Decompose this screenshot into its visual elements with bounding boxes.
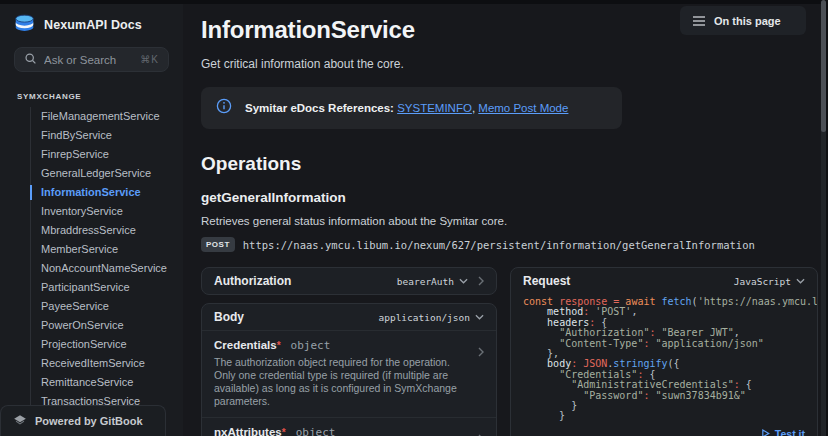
field-credentials-expand-chevron[interactable] [478,343,484,361]
on-this-page-label: On this page [714,15,781,27]
sidebar-item-poweronservice[interactable]: PowerOnService [31,316,183,335]
language-dropdown[interactable]: JavaScript [734,276,805,287]
field-nxattributes-type: object [296,426,336,436]
sidebar: NexumAPI Docs ⌘K SYMXCHANGE FileManageme… [0,4,183,436]
endpoint-url: https://naas.ymcu.libum.io/nexum/627/per… [243,239,755,251]
info-icon [216,98,232,118]
app-window: NexumAPI Docs ⌘K SYMXCHANGE FileManageme… [0,0,828,436]
search-input[interactable] [44,54,133,66]
field-credentials: Credentials* object The authorization ob… [202,331,496,417]
body-title: Body [214,310,370,324]
code-line-11: } [523,411,805,421]
content-type-dropdown[interactable]: application/json [378,312,484,323]
edocs-callout: Symitar eDocs References: SYSTEMINFO, Me… [201,87,622,129]
operations-heading: Operations [201,153,820,175]
app-title: NexumAPI Docs [44,18,142,32]
play-icon [761,429,770,436]
list-icon [693,12,705,30]
on-this-page-button[interactable]: On this page [680,6,806,35]
sidebar-item-projectionservice[interactable]: ProjectionService [31,335,183,354]
sidebar-item-generalledgerservice[interactable]: GeneralLedgerService [31,164,183,183]
field-credentials-type: object [291,339,331,352]
field-credentials-description: The authorization object required for th… [214,356,484,408]
link-systeminfo[interactable]: SYSTEMINFO [397,102,472,114]
authorization-panel: Authorization bearerAuth [201,267,497,295]
authorization-title: Authorization [214,274,389,288]
sidebar-item-memberservice[interactable]: MemberService [31,240,183,259]
chevron-down-icon [459,278,468,284]
search-bar[interactable]: ⌘K [14,47,169,72]
auth-scheme-dropdown[interactable]: bearerAuth [397,276,468,287]
callout-label: Symitar eDocs References: [245,102,394,114]
chevron-down-icon [796,278,805,284]
example-column: Request JavaScript const response = awai… [510,267,818,436]
database-logo-icon [14,14,35,36]
search-shortcut: ⌘K [140,54,159,65]
test-it-button[interactable]: Test it [761,428,805,436]
sidebar-item-payeeservice[interactable]: PayeeService [31,297,183,316]
operation-description: Retrieves general status information abo… [201,215,820,227]
sidebar-item-findbyservice[interactable]: FindByService [31,126,183,145]
http-method-badge: POST [201,237,235,252]
body-panel: Body application/json Credentials* objec… [201,303,497,436]
code-line-10: } [523,401,805,411]
sidebar-section-label: SYMXCHANGE [17,92,183,101]
field-nxattributes-expand-chevron[interactable] [478,430,484,436]
request-panel: Request JavaScript const response = awai… [510,267,818,436]
callout-text: Symitar eDocs References: SYSTEMINFO, Me… [245,102,568,114]
operation-name: getGeneralInformation [201,190,820,205]
chevron-down-icon [475,314,484,320]
sidebar-item-nonaccountnameservice[interactable]: NonAccountNameService [31,259,183,278]
request-code: const response = await fetch('https://na… [511,294,817,424]
powered-by-gitbook[interactable]: Powered by GitBook [0,405,166,436]
field-nxattributes-row[interactable]: nxAttributes* object [214,426,484,436]
chevron-right-icon [478,347,484,357]
sidebar-item-receiveditemservice[interactable]: ReceivedItemService [31,354,183,373]
sidebar-nav: FileManagementServiceFindByServiceFinrep… [30,107,183,430]
field-credentials-row[interactable]: Credentials* object [214,339,484,352]
gitbook-logo-icon [13,412,27,430]
sidebar-item-filemanagementservice[interactable]: FileManagementService [31,107,183,126]
request-title: Request [523,274,726,288]
field-nxattributes: nxAttributes* object The custom object f… [202,418,496,436]
spec-column: Authorization bearerAuth Body [201,267,497,436]
search-icon [24,51,37,69]
sidebar-item-finrepservice[interactable]: FinrepService [31,145,183,164]
sidebar-item-informationservice[interactable]: InformationService [31,183,183,202]
sidebar-item-mbraddressservice[interactable]: MbraddressService [31,221,183,240]
code-line-4: "Content-Type": "application/json" [523,339,805,349]
sidebar-item-remittanceservice[interactable]: RemittanceService [31,373,183,392]
scrollbar-thumb[interactable] [821,0,826,132]
authorization-expand-chevron[interactable] [478,276,484,286]
main-content: InformationService Get critical informat… [183,4,820,436]
required-marker: * [277,340,281,351]
endpoint-row: POST https://naas.ymcu.libum.io/nexum/62… [201,237,820,252]
chevron-right-icon [478,276,484,286]
page-subtitle: Get critical information about the core. [201,57,820,71]
required-marker: * [282,427,286,436]
sidebar-item-participantservice[interactable]: ParticipantService [31,278,183,297]
link-memo-post-mode[interactable]: Memo Post Mode [478,102,568,114]
logo-row[interactable]: NexumAPI Docs [0,4,183,36]
powered-by-label: Powered by GitBook [35,415,143,427]
sidebar-item-inventoryservice[interactable]: InventoryService [31,202,183,221]
